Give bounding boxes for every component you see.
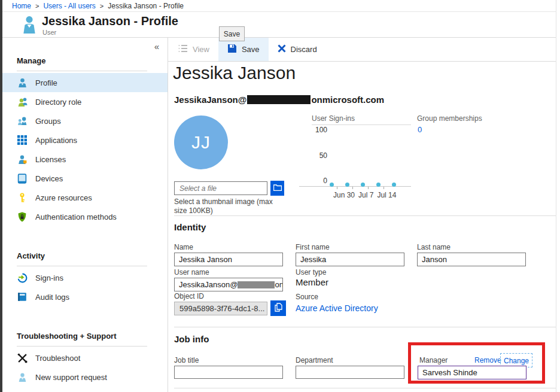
sidebar-section-activity: Activity	[17, 251, 168, 260]
group-memberships-label: Group memberships	[417, 114, 482, 123]
sidebar-item-label: Azure resources	[35, 193, 92, 202]
name-label: Name	[174, 243, 193, 251]
group-memberships-value[interactable]: 0	[418, 125, 422, 134]
x-label-jul14: Jul 14	[377, 191, 396, 199]
shield-lock-icon	[17, 211, 28, 222]
sidebar-item-audit-logs[interactable]: Audit logs	[2, 287, 168, 306]
x-label-jun30: Jun 30	[333, 191, 355, 199]
axis-tick	[352, 187, 353, 189]
sidebar-item-directory-role[interactable]: Directory role	[2, 92, 168, 111]
divider	[312, 124, 411, 125]
email-redaction	[247, 95, 311, 104]
user-name-label: User name	[174, 268, 209, 276]
divider	[17, 346, 147, 347]
user-type-label: User type	[296, 268, 326, 276]
discard-x-icon	[278, 44, 286, 54]
breadcrumb-home[interactable]: Home	[12, 2, 31, 10]
user-name-redaction	[238, 281, 275, 288]
directory-role-icon	[17, 96, 28, 107]
object-id-label: Object ID	[174, 292, 204, 300]
azure-portal-page: Home > Users - All users > Jessika Janso…	[0, 0, 560, 392]
thumbnail-file-input[interactable]	[174, 181, 267, 195]
sidebar-item-label: Applications	[35, 136, 77, 145]
copy-object-id-button[interactable]	[270, 300, 286, 316]
axis-tick	[337, 187, 337, 189]
sidebar-item-azure-resources[interactable]: Azure resources	[2, 188, 168, 207]
page-header: Jessika Janson - Profile User	[2, 12, 556, 38]
view-button[interactable]: View	[169, 38, 218, 61]
first-name-label: First name	[296, 243, 330, 251]
sidebar-section-troubleshooting: Troubleshooting + Support	[17, 332, 168, 341]
remove-manager-link[interactable]: Remove	[474, 356, 501, 364]
department-field[interactable]	[296, 366, 404, 379]
save-button-label: Save	[242, 45, 260, 54]
sidebar-item-profile[interactable]: Profile	[2, 73, 168, 92]
manager-label: Manager	[419, 356, 448, 364]
signins-plot-dots	[330, 183, 413, 187]
job-title-label: Job title	[174, 356, 199, 364]
browse-file-button[interactable]	[270, 181, 284, 196]
sidebar-item-applications[interactable]: Applications	[2, 130, 168, 150]
object-id-field: 599a5898-3f76-4dc1-8...	[174, 302, 267, 315]
license-icon	[17, 154, 28, 165]
sidebar-item-authentication-methods[interactable]: Authentication methods	[2, 207, 168, 226]
support-icon	[17, 372, 28, 382]
email-suffix: onmicrosoft.com	[311, 95, 384, 105]
sidebar-item-new-support-request[interactable]: New support request	[2, 367, 168, 387]
sidebar-item-licenses[interactable]: Licenses	[2, 150, 168, 169]
job-title-field[interactable]	[174, 366, 283, 379]
last-name-label: Last name	[417, 243, 451, 251]
source-label: Source	[296, 293, 318, 301]
identity-heading: Identity	[174, 222, 206, 232]
right-edge-line	[556, 0, 556, 392]
folder-icon	[273, 184, 282, 193]
divider	[17, 266, 147, 266]
discard-button[interactable]: Discard	[269, 38, 326, 61]
signins-chart-title: User Sign-ins	[312, 114, 355, 123]
job-info-heading: Job info	[174, 334, 209, 344]
save-icon	[227, 44, 237, 55]
breadcrumb-current: Jessika Janson - Profile	[108, 2, 184, 10]
change-manager-link[interactable]: Change	[504, 357, 529, 365]
data-point	[330, 183, 334, 187]
device-icon	[17, 173, 28, 184]
discard-button-label: Discard	[291, 45, 317, 54]
audit-log-icon	[17, 291, 28, 302]
data-point	[361, 183, 365, 187]
troubleshoot-icon	[17, 353, 28, 363]
collapse-sidebar-icon[interactable]: «	[154, 41, 159, 51]
groups-icon	[17, 116, 28, 126]
divider	[174, 388, 556, 388]
divider	[17, 71, 147, 71]
first-name-field[interactable]	[296, 253, 404, 266]
email-prefix: JessikaJanson@	[174, 95, 246, 105]
source-value-link[interactable]: Azure Active Directory	[296, 303, 378, 313]
manager-field[interactable]	[418, 366, 526, 379]
user-display-name: Jessika Janson	[173, 63, 296, 83]
breadcrumb-separator: >	[100, 2, 104, 10]
user-email: JessikaJanson@ onmicrosoft.com	[174, 95, 384, 105]
user-name-field[interactable]: JessikaJanson@ onn	[174, 278, 283, 291]
sidebar: « Manage Profile Directory role Groups A…	[2, 38, 168, 392]
last-name-field[interactable]	[417, 253, 526, 266]
person-icon	[17, 77, 28, 88]
y-tick-100: 100	[312, 126, 327, 134]
user-type-value: Member	[296, 277, 328, 287]
sidebar-item-devices[interactable]: Devices	[2, 169, 168, 188]
sidebar-item-troubleshoot[interactable]: Troubleshoot	[2, 348, 168, 367]
sidebar-item-label: Sign-ins	[35, 274, 63, 282]
page-title: Jessika Janson - Profile	[42, 14, 178, 28]
name-field[interactable]	[174, 253, 283, 266]
sidebar-item-label: Authentication methods	[35, 212, 117, 221]
sidebar-item-label: Audit logs	[35, 293, 69, 302]
data-point	[392, 183, 396, 187]
signins-x-labels: Jun 30 Jul 7 Jul 14	[333, 191, 396, 199]
sidebar-item-groups[interactable]: Groups	[2, 111, 168, 130]
divider	[174, 327, 556, 327]
page-subtitle: User	[42, 29, 56, 36]
breadcrumb-all-users[interactable]: Users - All users	[43, 2, 95, 10]
list-view-icon	[178, 44, 188, 54]
sidebar-item-sign-ins[interactable]: Sign-ins	[2, 268, 168, 287]
sidebar-item-label: Licenses	[35, 155, 66, 164]
sidebar-section-manage: Manage	[17, 56, 168, 65]
